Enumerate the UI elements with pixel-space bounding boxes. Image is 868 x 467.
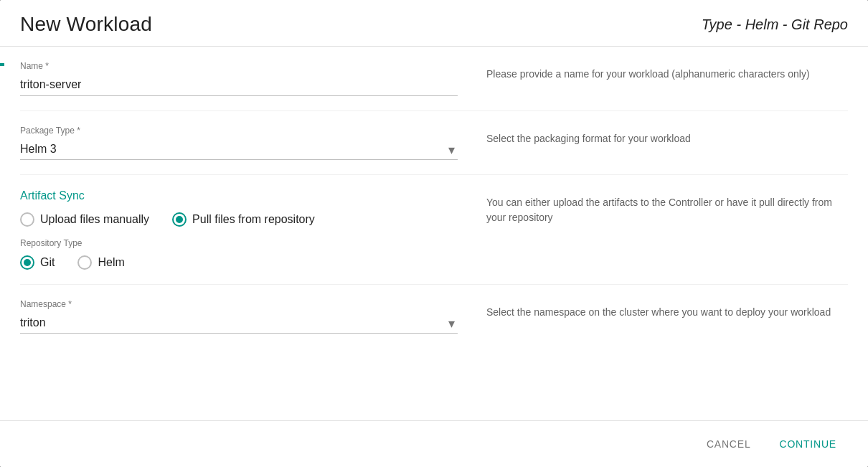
new-workload-dialog: New Workload Type - Helm - Git Repo Name…	[0, 0, 868, 467]
dialog-footer: CANCEL CONTINUE	[0, 420, 868, 467]
namespace-hint: Select the namespace on the cluster wher…	[486, 299, 848, 334]
namespace-select-wrapper: triton default kube-system ▾	[20, 313, 458, 334]
repo-type-section: Repository Type Git	[20, 238, 458, 270]
name-hint: Please provide a name for your workload …	[486, 61, 848, 96]
dialog-title: New Workload	[20, 13, 152, 36]
package-type-hint: Select the packaging format for your wor…	[486, 126, 848, 160]
dialog-body: Name * Please provide a name for your wo…	[0, 47, 868, 420]
name-row: Name * Please provide a name for your wo…	[20, 47, 848, 111]
dialog-subtitle: Type - Helm - Git Repo	[702, 16, 848, 33]
pull-files-radio-inner	[176, 216, 183, 223]
artifact-sync-hint: You can either upload the artifacts to t…	[486, 189, 848, 270]
upload-files-radio-outer	[20, 212, 34, 227]
cancel-button[interactable]: CANCEL	[695, 433, 763, 456]
repo-helm-label: Helm	[98, 256, 124, 269]
pull-files-label: Pull files from repository	[192, 213, 315, 226]
namespace-left: Namespace * triton default kube-system ▾	[20, 299, 458, 334]
upload-files-option[interactable]: Upload files manually	[20, 212, 149, 227]
upload-files-label: Upload files manually	[40, 213, 149, 226]
pull-files-radio-outer	[172, 212, 187, 227]
namespace-label: Namespace *	[20, 299, 458, 309]
artifact-sync-row: Artifact Sync Upload files manually	[20, 175, 848, 285]
namespace-row: Namespace * triton default kube-system ▾…	[20, 285, 848, 348]
dialog-header: New Workload Type - Helm - Git Repo	[0, 0, 868, 47]
name-input[interactable]	[20, 75, 458, 96]
teal-accent-bar	[0, 63, 4, 66]
package-type-select[interactable]: Helm 3 Helm 2 Kustomize Raw YAML	[20, 140, 458, 160]
repo-type-label: Repository Type	[20, 238, 458, 248]
repo-git-option[interactable]: Git	[20, 255, 55, 270]
artifact-sync-left: Artifact Sync Upload files manually	[20, 189, 458, 270]
artifact-sync-title: Artifact Sync	[20, 189, 458, 202]
package-type-label: Package Type *	[20, 126, 458, 136]
package-type-left: Package Type * Helm 3 Helm 2 Kustomize R…	[20, 126, 458, 160]
repo-git-radio-outer	[20, 255, 34, 270]
repo-type-radio-group: Git Helm	[20, 255, 458, 270]
package-type-select-wrapper: Helm 3 Helm 2 Kustomize Raw YAML ▾	[20, 140, 458, 160]
continue-button[interactable]: CONTINUE	[768, 433, 848, 456]
repo-git-label: Git	[40, 256, 55, 269]
repo-helm-radio-outer	[77, 255, 92, 270]
repo-git-radio-inner	[24, 259, 31, 266]
package-type-row: Package Type * Helm 3 Helm 2 Kustomize R…	[20, 111, 848, 175]
name-left: Name *	[20, 61, 458, 96]
pull-files-option[interactable]: Pull files from repository	[172, 212, 315, 227]
namespace-select[interactable]: triton default kube-system	[20, 313, 458, 334]
name-label: Name *	[20, 61, 458, 71]
repo-helm-option[interactable]: Helm	[77, 255, 124, 270]
artifact-sync-radio-group: Upload files manually Pull files from re…	[20, 212, 458, 227]
